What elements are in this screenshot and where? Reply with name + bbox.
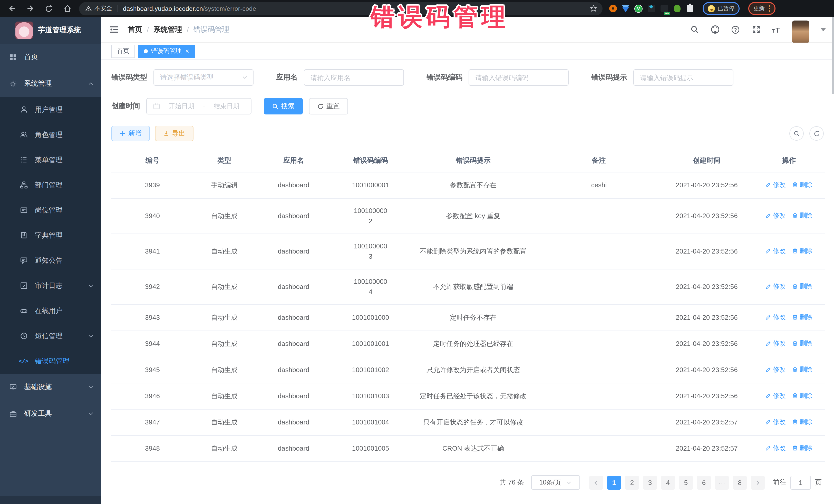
github-icon[interactable] bbox=[710, 24, 720, 35]
sidebar-item-error-code-management[interactable]: </> 错误码管理 bbox=[0, 349, 101, 374]
page-size-select[interactable]: 10条/页 bbox=[531, 475, 580, 490]
cell-time: 2021-04-20 23:52:56 bbox=[660, 269, 753, 305]
tab-active[interactable]: 错误码管理× bbox=[138, 44, 195, 58]
chevron-up-icon bbox=[88, 81, 94, 87]
edit-link[interactable]: 修改 bbox=[765, 365, 786, 375]
breadcrumb-item[interactable]: 首页 bbox=[128, 25, 142, 34]
add-button[interactable]: 新增 bbox=[111, 126, 150, 141]
sidebar-item-audit-log[interactable]: 审计日志 bbox=[0, 273, 101, 298]
edit-link[interactable]: 修改 bbox=[765, 211, 786, 221]
page-scrollbar[interactable] bbox=[832, 17, 834, 504]
extension-on-badge-icon[interactable] bbox=[660, 4, 668, 13]
browser-reload-icon[interactable] bbox=[42, 2, 56, 15]
delete-link[interactable]: 删除 bbox=[792, 338, 812, 349]
app-name-input[interactable] bbox=[310, 74, 397, 81]
sidebar-item-user-management[interactable]: 用户管理 bbox=[0, 97, 101, 122]
delete-link[interactable]: 删除 bbox=[792, 365, 812, 375]
sidebar-item-infrastructure[interactable]: 基础设施 bbox=[0, 374, 101, 400]
delete-link[interactable]: 删除 bbox=[792, 312, 812, 322]
help-icon[interactable]: ? bbox=[730, 24, 741, 35]
sidebar-item-online-user[interactable]: 在线用户 bbox=[0, 298, 101, 323]
toggle-search-button[interactable] bbox=[789, 126, 804, 140]
sidebar-item-notice-management[interactable]: 通知公告 bbox=[0, 248, 101, 273]
extension-frog-icon[interactable] bbox=[673, 4, 681, 13]
bookmark-star-icon[interactable] bbox=[590, 5, 597, 12]
profile-paused-pill[interactable]: 已暂停 bbox=[703, 2, 740, 15]
edit-link[interactable]: 修改 bbox=[765, 338, 786, 349]
pager-more[interactable]: ··· bbox=[715, 476, 729, 489]
prev-page-button[interactable] bbox=[589, 476, 603, 489]
edit-link[interactable]: 修改 bbox=[765, 281, 786, 291]
browser-forward-icon[interactable] bbox=[24, 2, 37, 15]
sidebar-collapse-icon[interactable] bbox=[108, 24, 119, 35]
refresh-table-button[interactable] bbox=[809, 126, 824, 140]
sidebar-item-dept-management[interactable]: 部门管理 bbox=[0, 172, 101, 198]
page-suffix-label: 页 bbox=[815, 478, 822, 487]
next-page-button[interactable] bbox=[751, 476, 765, 489]
tab-item[interactable]: 首页 bbox=[111, 44, 135, 58]
extension-puzzle-icon[interactable] bbox=[686, 4, 694, 13]
page-button-3[interactable]: 3 bbox=[643, 476, 657, 489]
security-warning[interactable]: 不安全 bbox=[85, 5, 118, 12]
delete-link[interactable]: 删除 bbox=[792, 246, 812, 256]
fullscreen-icon[interactable] bbox=[751, 24, 761, 35]
edit-link[interactable]: 修改 bbox=[765, 312, 786, 322]
edit-link[interactable]: 修改 bbox=[765, 246, 786, 256]
user-avatar[interactable] bbox=[792, 20, 809, 43]
tab-close-icon[interactable]: × bbox=[185, 48, 189, 54]
delete-link[interactable]: 删除 bbox=[792, 417, 812, 427]
page-button-4[interactable]: 4 bbox=[661, 476, 675, 489]
edit-link[interactable]: 修改 bbox=[765, 443, 786, 453]
extension-gem-icon[interactable] bbox=[621, 4, 630, 13]
sidebar-item-dev-tools[interactable]: 研发工具 bbox=[0, 400, 101, 427]
edit-link[interactable]: 修改 bbox=[765, 391, 786, 401]
create-time-range-picker[interactable]: 开始日期 - 结束日期 bbox=[146, 98, 251, 114]
font-size-icon[interactable]: TT bbox=[771, 24, 782, 35]
url-bar[interactable]: 不安全 dashboard.yudao.iocoder.cn/system/er… bbox=[79, 2, 602, 15]
search-icon bbox=[272, 103, 279, 110]
extension-green-check-icon[interactable]: V bbox=[634, 4, 642, 13]
delete-link[interactable]: 删除 bbox=[792, 180, 812, 190]
sidebar-item-role-management[interactable]: 角色管理 bbox=[0, 122, 101, 147]
header-search-icon[interactable] bbox=[689, 24, 700, 35]
sidebar-logo-row[interactable]: 芋道管理系统 bbox=[0, 17, 101, 44]
browser-menu-icon[interactable] bbox=[769, 5, 770, 12]
goto-page-input[interactable] bbox=[790, 476, 811, 489]
cell-ops: 修改删除 bbox=[753, 234, 825, 269]
page-button-1[interactable]: 1 bbox=[607, 476, 621, 489]
page-button-2[interactable]: 2 bbox=[625, 476, 639, 489]
export-button[interactable]: 导出 bbox=[155, 126, 194, 141]
app-logo bbox=[15, 22, 33, 39]
page-button-8[interactable]: 8 bbox=[733, 476, 747, 489]
cell-app: dashboard bbox=[255, 331, 332, 357]
sidebar-item-sms-management[interactable]: 短信管理 bbox=[0, 323, 101, 349]
sidebar-item-system-management[interactable]: 系统管理 bbox=[0, 70, 101, 97]
error-hint-input[interactable] bbox=[640, 74, 727, 81]
chevron-down-icon bbox=[88, 283, 94, 289]
browser-update-button[interactable]: 更新 bbox=[748, 2, 775, 15]
sidebar-item-home[interactable]: 首页 bbox=[0, 44, 101, 70]
filter-type-label: 错误码类型 bbox=[111, 73, 147, 82]
extension-orange-icon[interactable] bbox=[609, 4, 617, 13]
page-button-5[interactable]: 5 bbox=[679, 476, 693, 489]
breadcrumb-item[interactable]: 系统管理 bbox=[153, 25, 182, 34]
error-code-type-select[interactable]: 请选择错误码类型 bbox=[153, 69, 254, 86]
sidebar-item-menu-management[interactable]: 菜单管理 bbox=[0, 147, 101, 172]
sidebar-item-dict-management[interactable]: 字典管理 bbox=[0, 223, 101, 248]
delete-link[interactable]: 删除 bbox=[792, 211, 812, 221]
page-button-6[interactable]: 6 bbox=[697, 476, 711, 489]
search-button[interactable]: 搜索 bbox=[264, 98, 303, 114]
delete-link[interactable]: 删除 bbox=[792, 391, 812, 401]
delete-link[interactable]: 删除 bbox=[792, 443, 812, 453]
delete-link[interactable]: 删除 bbox=[792, 281, 812, 291]
error-code-input[interactable] bbox=[475, 74, 562, 81]
browser-back-icon[interactable] bbox=[5, 2, 19, 15]
reset-button[interactable]: 重置 bbox=[309, 98, 348, 114]
edit-link[interactable]: 修改 bbox=[765, 417, 786, 427]
delete-icon bbox=[792, 393, 798, 399]
sidebar-item-post-management[interactable]: 岗位管理 bbox=[0, 198, 101, 223]
user-menu-caret-icon[interactable] bbox=[821, 28, 826, 31]
edit-link[interactable]: 修改 bbox=[765, 180, 786, 190]
extension-grid-icon[interactable] bbox=[647, 4, 655, 13]
browser-home-icon[interactable] bbox=[61, 2, 74, 15]
